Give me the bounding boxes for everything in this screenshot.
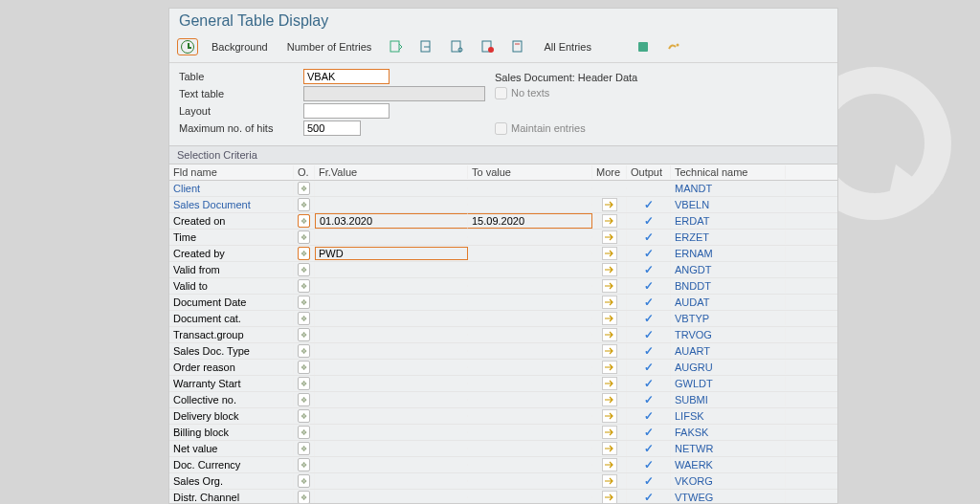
toolbar-icon-4[interactable] (477, 37, 500, 56)
operator-button[interactable] (298, 279, 310, 293)
toolbar-icon-5[interactable] (507, 37, 530, 56)
from-value-cell[interactable] (315, 334, 468, 336)
operator-button[interactable] (298, 247, 310, 260)
from-value-cell[interactable] (315, 480, 468, 482)
operator-button[interactable] (298, 263, 310, 276)
from-value-cell[interactable] (315, 350, 468, 352)
more-button[interactable] (602, 328, 617, 341)
more-button[interactable] (602, 474, 617, 488)
to-value-cell[interactable] (468, 187, 592, 189)
from-value-cell[interactable] (315, 187, 468, 189)
to-value-cell[interactable] (468, 496, 592, 498)
to-value-cell[interactable] (468, 350, 592, 352)
from-value-cell[interactable] (315, 269, 468, 271)
from-value-cell[interactable] (315, 366, 468, 368)
operator-button[interactable] (298, 393, 310, 406)
more-button[interactable] (602, 491, 617, 503)
output-check-icon[interactable]: ✓ (644, 263, 654, 276)
operator-button[interactable] (298, 491, 310, 503)
to-value-cell[interactable] (468, 285, 592, 287)
max-hits-input[interactable] (303, 121, 361, 136)
to-value-cell[interactable] (468, 334, 592, 336)
to-value-cell[interactable] (468, 301, 592, 303)
from-value-cell[interactable] (315, 285, 468, 287)
output-check-icon[interactable]: ✓ (644, 393, 654, 406)
operator-button[interactable] (298, 328, 310, 341)
operator-button[interactable] (298, 198, 310, 211)
operator-button[interactable] (298, 312, 310, 325)
to-value-cell[interactable] (468, 366, 592, 368)
from-value-cell[interactable] (315, 431, 468, 433)
no-texts-checkbox[interactable]: No texts (495, 87, 686, 99)
operator-button[interactable] (298, 458, 310, 471)
to-value-cell[interactable] (468, 464, 592, 466)
more-button[interactable] (602, 361, 617, 374)
to-value-cell[interactable] (468, 204, 592, 206)
operator-button[interactable] (298, 296, 310, 309)
to-value-cell[interactable] (468, 383, 592, 384)
more-button[interactable] (602, 296, 617, 309)
background-button[interactable]: Background (206, 37, 274, 56)
more-button[interactable] (602, 263, 617, 276)
more-button[interactable] (602, 409, 617, 423)
operator-button[interactable] (298, 182, 310, 195)
all-entries-button[interactable]: All Entries (538, 37, 597, 56)
from-value-cell[interactable] (315, 383, 468, 384)
more-button[interactable] (602, 344, 617, 358)
to-value-cell[interactable] (468, 269, 592, 271)
from-value-cell[interactable] (315, 236, 468, 238)
operator-button[interactable] (298, 377, 310, 390)
to-value-cell[interactable] (468, 236, 592, 238)
more-button[interactable] (602, 247, 617, 260)
more-button[interactable] (602, 442, 617, 455)
output-check-icon[interactable]: ✓ (644, 491, 654, 503)
to-value-cell[interactable] (468, 318, 592, 319)
toolbar-icon-6[interactable] (632, 37, 655, 56)
to-value-cell[interactable] (468, 431, 592, 433)
more-button[interactable] (602, 198, 617, 211)
from-value-cell[interactable] (315, 204, 468, 206)
from-value-cell[interactable] (315, 301, 468, 303)
output-check-icon[interactable]: ✓ (644, 442, 654, 455)
more-button[interactable] (602, 230, 617, 244)
operator-button[interactable] (298, 344, 310, 358)
table-input[interactable] (303, 69, 390, 84)
output-check-icon[interactable]: ✓ (644, 312, 654, 325)
to-value-cell[interactable] (468, 415, 592, 417)
field-name-cell[interactable]: Sales Document (169, 198, 294, 211)
from-value-cell[interactable] (315, 399, 468, 401)
to-value-cell[interactable] (468, 448, 592, 449)
output-check-icon[interactable]: ✓ (644, 214, 654, 228)
layout-input[interactable] (303, 103, 390, 119)
output-check-icon[interactable]: ✓ (644, 361, 654, 374)
more-button[interactable] (602, 393, 617, 406)
output-check-icon[interactable]: ✓ (644, 377, 654, 390)
output-check-icon[interactable]: ✓ (644, 296, 654, 309)
output-check-icon[interactable]: ✓ (644, 198, 654, 211)
output-check-icon[interactable]: ✓ (644, 474, 654, 488)
output-check-icon[interactable]: ✓ (644, 279, 654, 293)
output-check-icon[interactable]: ✓ (644, 328, 654, 341)
number-of-entries-button[interactable]: Number of Entries (281, 37, 378, 56)
more-button[interactable] (602, 312, 617, 325)
operator-button[interactable] (298, 474, 310, 488)
operator-button[interactable] (298, 230, 310, 244)
more-button[interactable] (602, 458, 617, 471)
from-value-cell[interactable] (315, 448, 468, 449)
from-value-cell[interactable] (315, 415, 468, 417)
more-button[interactable] (602, 279, 617, 293)
from-value-cell[interactable] (315, 318, 468, 319)
from-value-cell[interactable]: 01.03.2020 (315, 213, 468, 229)
to-value-cell[interactable] (468, 480, 592, 482)
toolbar-icon-1[interactable] (385, 37, 408, 56)
operator-button[interactable] (298, 426, 310, 439)
operator-button[interactable] (298, 214, 310, 228)
output-check-icon[interactable]: ✓ (644, 458, 654, 471)
execute-button[interactable] (177, 38, 198, 55)
from-value-cell[interactable] (315, 464, 468, 466)
output-check-icon[interactable]: ✓ (644, 247, 654, 260)
toolbar-icon-3[interactable] (446, 37, 469, 56)
to-value-cell[interactable] (468, 252, 592, 254)
from-value-cell[interactable]: PWD (315, 247, 468, 260)
toolbar-icon-7[interactable] (662, 37, 685, 56)
